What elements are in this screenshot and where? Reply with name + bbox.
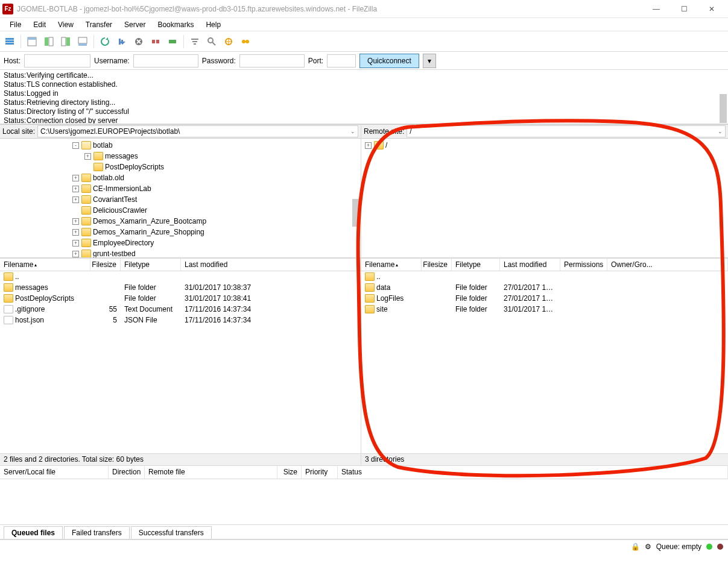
quickconnect-history-dropdown[interactable]: ▾ bbox=[423, 54, 436, 68]
col-owner[interactable]: Owner/Gro... bbox=[607, 259, 728, 271]
password-input[interactable] bbox=[239, 54, 305, 68]
expand-toggle[interactable]: + bbox=[72, 251, 79, 257]
menu-help[interactable]: Help bbox=[200, 19, 227, 30]
disconnect-icon[interactable] bbox=[148, 34, 163, 49]
list-item[interactable]: PostDeployScriptsFile folder31/01/2017 1… bbox=[0, 293, 361, 304]
tree-item[interactable]: +EmployeeDirectory bbox=[0, 237, 361, 248]
expand-toggle[interactable]: + bbox=[72, 196, 79, 203]
col-filename[interactable]: Filename▴ bbox=[361, 259, 422, 271]
col-server[interactable]: Server/Local file bbox=[0, 466, 109, 479]
expand-toggle[interactable]: + bbox=[72, 218, 79, 225]
tab-success[interactable]: Successful transfers bbox=[131, 526, 212, 539]
col-filename[interactable]: Filename▴ bbox=[0, 259, 90, 271]
tree-item[interactable]: +Demos_Xamarin_Azure_Bootcamp bbox=[0, 216, 361, 227]
list-item[interactable]: host.json5JSON File17/11/2016 14:37:34 bbox=[0, 315, 361, 325]
menu-server[interactable]: Server bbox=[118, 19, 151, 30]
tree-item[interactable]: +CE-ImmersionLab bbox=[0, 183, 361, 194]
tree-item[interactable]: +grunt-testbed bbox=[0, 248, 361, 258]
port-input[interactable] bbox=[327, 54, 356, 68]
remote-site-path[interactable]: /⌄ bbox=[407, 125, 726, 137]
reconnect-icon[interactable] bbox=[165, 34, 180, 49]
gear-icon[interactable]: ⚙ bbox=[645, 542, 651, 551]
sitemanager-icon[interactable] bbox=[2, 34, 17, 49]
col-filetype[interactable]: Filetype bbox=[452, 259, 500, 271]
scrollbar-thumb[interactable] bbox=[720, 94, 727, 123]
expand-toggle[interactable]: - bbox=[72, 142, 79, 149]
tab-failed[interactable]: Failed transfers bbox=[64, 526, 130, 539]
local-site-row: Local site: C:\Users\jgomezl.EUROPE\Proj… bbox=[0, 124, 361, 139]
minimize-button[interactable]: — bbox=[642, 0, 670, 18]
lock-icon[interactable]: 🔒 bbox=[631, 542, 640, 551]
col-status[interactable]: Status bbox=[338, 466, 728, 479]
menu-file[interactable]: File bbox=[4, 19, 27, 30]
list-item[interactable]: .. bbox=[0, 271, 361, 282]
expand-toggle[interactable]: + bbox=[365, 142, 372, 149]
col-direction[interactable]: Direction bbox=[109, 466, 145, 479]
col-filetype[interactable]: Filetype bbox=[121, 259, 181, 271]
status-log[interactable]: Status:Verifying certificate...Status:TL… bbox=[0, 70, 728, 124]
refresh-icon[interactable] bbox=[98, 34, 112, 49]
username-input[interactable] bbox=[133, 54, 198, 68]
close-button[interactable]: ✕ bbox=[698, 0, 726, 18]
col-remote[interactable]: Remote file bbox=[145, 466, 277, 479]
chevron-down-icon[interactable]: ⌄ bbox=[350, 128, 355, 134]
username-label: Username: bbox=[94, 57, 130, 65]
tree-item[interactable]: DeliciousCrawler bbox=[0, 205, 361, 216]
tree-item[interactable]: +botlab.old bbox=[0, 172, 361, 183]
expand-toggle[interactable]: + bbox=[72, 186, 79, 192]
toggle-local-tree-icon[interactable] bbox=[42, 34, 56, 49]
cancel-icon[interactable] bbox=[131, 34, 146, 49]
toggle-remote-tree-icon[interactable] bbox=[59, 34, 73, 49]
svg-rect-13 bbox=[156, 40, 159, 43]
toggle-log-icon[interactable] bbox=[25, 34, 39, 49]
col-filesize[interactable]: Filesize bbox=[90, 259, 121, 271]
tab-queued[interactable]: Queued files bbox=[4, 526, 63, 539]
list-item[interactable]: LogFilesFile folder27/01/2017 12:... bbox=[361, 293, 728, 304]
menu-bookmarks[interactable]: Bookmarks bbox=[151, 19, 200, 30]
quickconnect-button[interactable]: Quickconnect bbox=[359, 54, 419, 68]
col-filesize[interactable]: Filesize bbox=[422, 259, 452, 271]
col-priority[interactable]: Priority bbox=[302, 466, 338, 479]
tree-item[interactable]: +messages bbox=[0, 151, 361, 162]
tree-item[interactable]: +CovariantTest bbox=[0, 194, 361, 205]
queue-header: Server/Local file Direction Remote file … bbox=[0, 466, 728, 479]
local-tree[interactable]: -botlab+messagesPostDeployScripts+botlab… bbox=[0, 139, 361, 258]
process-queue-icon[interactable] bbox=[115, 34, 129, 49]
col-permissions[interactable]: Permissions bbox=[560, 259, 607, 271]
tree-item[interactable]: +/ bbox=[361, 140, 728, 151]
local-file-list[interactable]: Filename▴ Filesize Filetype Last modifie… bbox=[0, 258, 361, 453]
queue-status: Queue: empty bbox=[656, 542, 701, 551]
tree-item[interactable]: PostDeployScripts bbox=[0, 162, 361, 172]
expand-toggle[interactable]: + bbox=[72, 175, 79, 181]
local-site-path[interactable]: C:\Users\jgomezl.EUROPE\Projects\botlab\… bbox=[37, 125, 358, 137]
col-modified[interactable]: Last modified bbox=[181, 259, 361, 271]
remote-tree[interactable]: +/ bbox=[361, 139, 728, 258]
sync-browse-icon[interactable] bbox=[238, 34, 253, 49]
list-item[interactable]: messagesFile folder31/01/2017 10:38:37 bbox=[0, 282, 361, 293]
menu-transfer[interactable]: Transfer bbox=[80, 19, 118, 30]
tree-item[interactable]: -botlab bbox=[0, 140, 361, 151]
host-input[interactable] bbox=[24, 54, 90, 68]
maximize-button[interactable]: ☐ bbox=[670, 0, 698, 18]
queue-body[interactable] bbox=[0, 479, 728, 525]
menu-edit[interactable]: Edit bbox=[27, 19, 52, 30]
list-item[interactable]: siteFile folder31/01/2017 11:... bbox=[361, 304, 728, 315]
chevron-down-icon[interactable]: ⌄ bbox=[718, 128, 723, 134]
expand-toggle[interactable]: + bbox=[72, 240, 79, 247]
toggle-queue-icon[interactable] bbox=[75, 34, 90, 49]
expand-toggle[interactable]: + bbox=[84, 153, 91, 160]
filter-icon[interactable] bbox=[188, 34, 202, 49]
col-modified[interactable]: Last modified bbox=[500, 259, 560, 271]
svg-rect-12 bbox=[152, 40, 155, 43]
remote-file-list[interactable]: Filename▴ Filesize Filetype Last modifie… bbox=[361, 258, 728, 453]
col-size[interactable]: Size bbox=[277, 466, 302, 479]
list-item[interactable]: .. bbox=[361, 271, 728, 282]
menu-view[interactable]: View bbox=[52, 19, 80, 30]
list-item[interactable]: dataFile folder27/01/2017 12:... bbox=[361, 282, 728, 293]
expand-toggle[interactable]: + bbox=[72, 229, 79, 236]
list-item[interactable]: .gitignore55Text Document17/11/2016 14:3… bbox=[0, 304, 361, 315]
tree-item[interactable]: +Demos_Xamarin_Azure_Shopping bbox=[0, 227, 361, 237]
scrollbar-thumb[interactable] bbox=[352, 199, 359, 227]
compare-icon[interactable] bbox=[221, 34, 236, 49]
search-icon[interactable] bbox=[204, 34, 219, 49]
